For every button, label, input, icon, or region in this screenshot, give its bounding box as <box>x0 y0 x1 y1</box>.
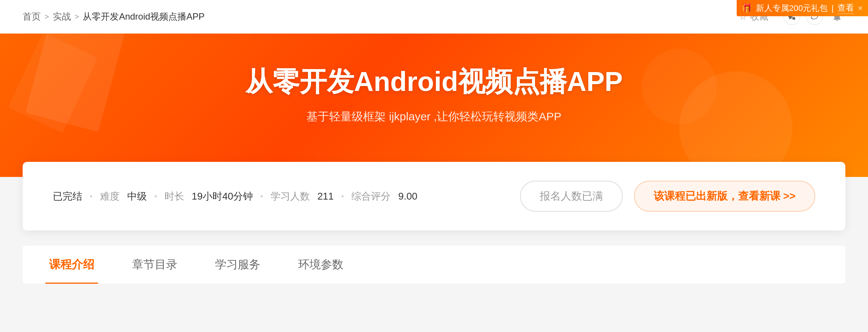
score-label: 综合评分 <box>351 190 391 203</box>
notification-text: 新人专属200元礼包 <box>756 3 828 14</box>
course-actions: 报名人数已满 该课程已出新版，查看新课 >> <box>520 181 815 212</box>
meta-dot-4: • <box>341 192 344 201</box>
difficulty-value: 中级 <box>127 190 147 203</box>
hero-banner: 从零开发Android视频点播APP 基于轻量级框架 ijkplayer ,让你… <box>0 34 868 177</box>
meta-dot-1: • <box>90 192 92 201</box>
students-label: 学习人数 <box>271 190 310 203</box>
gift-icon: 🎁 <box>742 3 752 13</box>
course-status: 已完结 <box>53 190 82 203</box>
tab-env[interactable]: 环境参数 <box>294 246 347 284</box>
hero-title: 从零开发Android视频点播APP <box>23 64 845 100</box>
notification-separator: | <box>831 3 834 13</box>
students-value: 211 <box>317 191 334 202</box>
tab-chapters[interactable]: 章节目录 <box>128 246 181 284</box>
breadcrumb-practice[interactable]: 实战 <box>53 11 71 23</box>
notification-close-button[interactable]: × <box>858 3 863 13</box>
notification-bar: 🎁 新人专属200元礼包 | 查看 × <box>737 0 868 16</box>
duration-label: 时长 <box>165 190 184 203</box>
score-value: 9.00 <box>398 191 417 202</box>
breadcrumb-home[interactable]: 首页 <box>23 11 41 23</box>
breadcrumb-separator-2: > <box>75 12 79 21</box>
meta-dot-2: • <box>154 192 157 201</box>
nav-tabs: 课程介绍 章节目录 学习服务 环境参数 <box>23 246 845 284</box>
course-meta: 已完结 • 难度 中级 • 时长 19小时40分钟 • 学习人数 211 • 综… <box>53 190 417 203</box>
tab-service[interactable]: 学习服务 <box>211 246 264 284</box>
new-version-button[interactable]: 该课程已出新版，查看新课 >> <box>634 181 815 212</box>
breadcrumb: 首页 > 实战 > 从零开发Android视频点播APP <box>23 11 205 23</box>
tab-intro[interactable]: 课程介绍 <box>45 246 98 284</box>
hero-subtitle: 基于轻量级框架 ijkplayer ,让你轻松玩转视频类APP <box>23 109 845 124</box>
notification-view-link[interactable]: 查看 <box>837 2 854 14</box>
difficulty-label: 难度 <box>100 190 120 203</box>
course-info-card: 已完结 • 难度 中级 • 时长 19小时40分钟 • 学习人数 211 • 综… <box>23 162 845 231</box>
breadcrumb-separator-1: > <box>45 12 49 21</box>
breadcrumb-current: 从零开发Android视频点播APP <box>83 11 205 23</box>
duration-value: 19小时40分钟 <box>192 190 253 203</box>
meta-dot-3: • <box>260 192 263 201</box>
full-button[interactable]: 报名人数已满 <box>520 181 623 212</box>
